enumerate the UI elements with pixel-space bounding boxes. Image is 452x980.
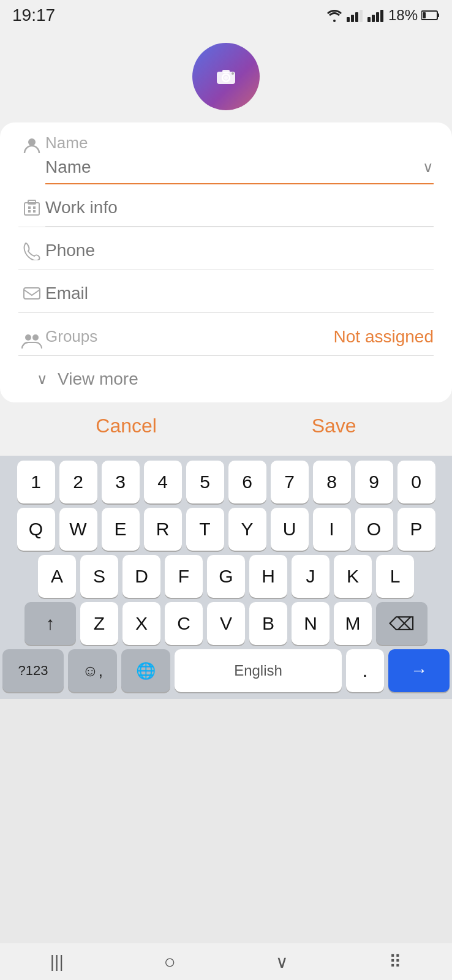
key-i[interactable]: I — [313, 508, 351, 551]
space-key[interactable]: English — [175, 649, 342, 692]
key-o[interactable]: O — [355, 508, 393, 551]
name-label: Name — [45, 134, 434, 153]
groups-value: Not assigned — [97, 327, 434, 347]
status-icons: 18% — [326, 7, 440, 24]
key-m[interactable]: M — [334, 602, 372, 645]
view-more-label: View more — [58, 369, 138, 389]
wifi-icon — [326, 9, 343, 22]
key-r[interactable]: R — [144, 508, 182, 551]
camera-icon — [213, 63, 239, 90]
key-z[interactable]: Z — [80, 602, 118, 645]
key-c[interactable]: C — [165, 602, 203, 645]
status-time: 19:17 — [12, 6, 55, 25]
key-k[interactable]: K — [334, 555, 372, 598]
svg-rect-0 — [347, 17, 350, 22]
nav-bar: ||| ○ ∨ ⠿ — [0, 943, 452, 980]
groups-icon — [18, 329, 45, 351]
emoji-key[interactable]: ☺, — [68, 649, 117, 692]
status-bar: 19:17 18% — [0, 0, 452, 31]
email-icon — [18, 281, 45, 303]
key-6[interactable]: 6 — [228, 461, 266, 503]
home-nav-icon[interactable]: ○ — [164, 951, 175, 973]
avatar-area — [0, 31, 452, 123]
svg-point-25 — [25, 334, 31, 341]
key-f[interactable]: F — [165, 555, 203, 598]
key-2[interactable]: 2 — [59, 461, 97, 503]
name-field-content: Name ∨ — [45, 134, 434, 184]
workinfo-field-row — [18, 184, 434, 227]
form-card: Name ∨ — [0, 31, 452, 402]
symbols-key[interactable]: ?123 — [2, 649, 64, 692]
svg-point-16 — [232, 72, 234, 75]
key-u[interactable]: U — [271, 508, 309, 551]
keyboard-row-qwerty: Q W E R T Y U I O P — [2, 508, 450, 551]
key-e[interactable]: E — [102, 508, 140, 551]
svg-point-14 — [224, 76, 228, 80]
workinfo-field-content — [45, 195, 434, 227]
keyboard-row-zxcv: ↑ Z X C V B N M ⌫ — [2, 602, 450, 645]
email-field-row — [18, 270, 434, 313]
save-button[interactable]: Save — [287, 409, 381, 443]
backspace-key[interactable]: ⌫ — [376, 602, 428, 645]
keyboard-row-bottom: ?123 ☺, 🌐 English . → — [2, 649, 450, 692]
svg-rect-23 — [33, 210, 36, 213]
key-l[interactable]: L — [376, 555, 414, 598]
key-j[interactable]: J — [292, 555, 330, 598]
shift-key[interactable]: ↑ — [24, 602, 76, 645]
email-field-content — [45, 281, 434, 312]
avatar[interactable] — [192, 43, 260, 110]
building-icon — [18, 195, 45, 217]
key-t[interactable]: T — [186, 508, 224, 551]
groups-row: Groups Not assigned — [45, 327, 434, 347]
back-nav-icon[interactable]: ||| — [50, 952, 64, 971]
svg-rect-6 — [376, 12, 379, 22]
key-y[interactable]: Y — [228, 508, 266, 551]
key-q[interactable]: Q — [17, 508, 55, 551]
key-v[interactable]: V — [207, 602, 245, 645]
email-input[interactable] — [45, 281, 434, 306]
key-w[interactable]: W — [59, 508, 97, 551]
key-3[interactable]: 3 — [102, 461, 140, 503]
keyboard-body: 1 2 3 4 5 6 7 8 9 0 Q W E R T Y U I — [0, 456, 452, 699]
view-more-row[interactable]: ∨ View more — [18, 356, 434, 402]
key-b[interactable]: B — [249, 602, 287, 645]
down-nav-icon[interactable]: ∨ — [276, 952, 288, 972]
svg-rect-10 — [423, 12, 426, 18]
dot-key[interactable]: . — [346, 649, 384, 692]
key-a[interactable]: A — [38, 555, 76, 598]
key-p[interactable]: P — [397, 508, 435, 551]
enter-key[interactable]: → — [388, 649, 450, 692]
svg-rect-4 — [367, 17, 371, 22]
key-8[interactable]: 8 — [313, 461, 351, 503]
key-9[interactable]: 9 — [355, 461, 393, 503]
name-input[interactable] — [45, 155, 418, 179]
keyboard-row-numbers: 1 2 3 4 5 6 7 8 9 0 — [2, 461, 450, 503]
key-1[interactable]: 1 — [17, 461, 55, 503]
name-input-row: ∨ — [45, 155, 434, 179]
groups-field-content: Groups Not assigned — [45, 327, 434, 353]
key-4[interactable]: 4 — [144, 461, 182, 503]
key-0[interactable]: 0 — [397, 461, 435, 503]
phone-input[interactable] — [45, 238, 434, 263]
key-5[interactable]: 5 — [186, 461, 224, 503]
groups-field-row[interactable]: Groups Not assigned — [18, 313, 434, 356]
workinfo-input[interactable] — [45, 195, 434, 220]
name-field-row: Name ∨ — [18, 123, 434, 184]
key-h[interactable]: H — [249, 555, 287, 598]
svg-rect-24 — [24, 288, 40, 299]
key-d[interactable]: D — [122, 555, 160, 598]
key-7[interactable]: 7 — [271, 461, 309, 503]
grid-nav-icon[interactable]: ⠿ — [389, 952, 402, 972]
phone-field-row — [18, 227, 434, 270]
svg-rect-9 — [437, 13, 439, 17]
signal-icon — [347, 9, 364, 22]
key-n[interactable]: N — [292, 602, 330, 645]
keyboard: 1 2 3 4 5 6 7 8 9 0 Q W E R T Y U I — [0, 456, 452, 699]
key-x[interactable]: X — [122, 602, 160, 645]
name-chevron[interactable]: ∨ — [423, 159, 434, 176]
key-g[interactable]: G — [207, 555, 245, 598]
svg-rect-2 — [355, 12, 358, 22]
cancel-button[interactable]: Cancel — [71, 409, 181, 443]
key-s[interactable]: S — [80, 555, 118, 598]
globe-key[interactable]: 🌐 — [121, 649, 170, 692]
